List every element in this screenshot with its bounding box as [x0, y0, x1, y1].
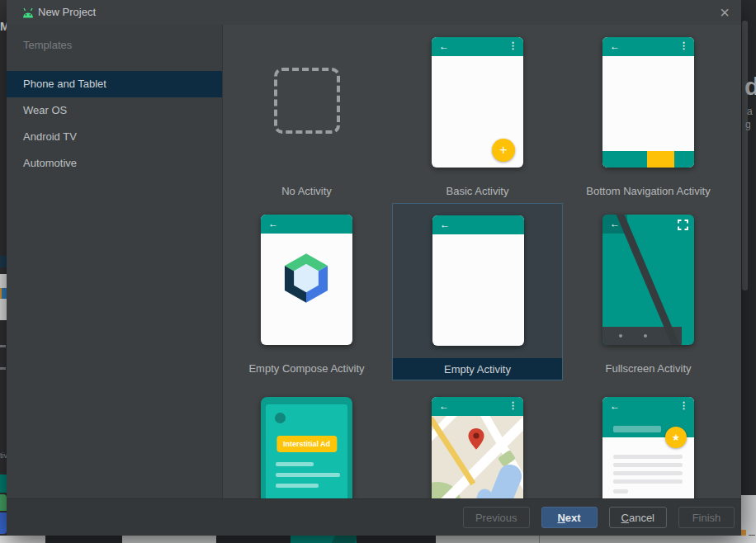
background-segment: [122, 536, 216, 543]
diagonal-stripe: [615, 215, 682, 345]
title-placeholder: [613, 426, 661, 432]
template-grid: No Activity ← ⋮ + Basic Activity ←: [223, 26, 734, 498]
background-color-fragment: [0, 512, 7, 534]
app-bar: ← ⋮: [602, 37, 694, 56]
template-gallery: No Activity ← ⋮ + Basic Activity ←: [223, 25, 741, 498]
placeholder-line: [613, 479, 683, 484]
app-bar: ← ⋮: [432, 397, 523, 416]
dialog-titlebar[interactable]: New Project ×: [7, 0, 741, 26]
interstitial-ad-button: Interstitial Ad: [276, 436, 337, 452]
template-tile-maps-activity[interactable]: ← ⋮: [392, 380, 563, 498]
fab-star-icon: ★: [665, 427, 687, 448]
background-window-bottom-strip: [0, 536, 756, 543]
background-scrollbar: [742, 21, 748, 290]
template-tile-empty-activity[interactable]: ← Empty Activity: [392, 203, 563, 380]
no-activity-placeholder: [274, 68, 340, 134]
ad-screen: Interstitial Ad: [266, 404, 347, 498]
template-thumbnail: ←: [602, 215, 694, 345]
previous-button[interactable]: Previous: [463, 507, 530, 528]
sidebar-item-automotive[interactable]: Automotive: [7, 150, 222, 177]
template-tile-basic-activity[interactable]: ← ⋮ + Basic Activity: [392, 26, 563, 203]
template-tile-no-activity[interactable]: No Activity: [223, 26, 392, 203]
sidebar-item-phone-and-tablet[interactable]: Phone and Tablet: [7, 71, 222, 97]
placeholder-line: [613, 455, 683, 459]
app-bar: ←: [261, 215, 352, 234]
kebab-menu-icon: ⋮: [508, 400, 517, 411]
next-button-mnemonic: N: [557, 512, 565, 524]
kebab-menu-icon: ⋮: [679, 400, 688, 411]
app-bar: ← ⋮: [432, 37, 523, 56]
background-line-fragment: [0, 345, 6, 347]
template-tile-fullscreen-activity[interactable]: ← Fullscreen Activity: [563, 203, 734, 380]
map-water: [470, 487, 494, 498]
template-thumbnail: ← ⋮ ★: [602, 397, 694, 498]
finish-button[interactable]: Finish: [678, 507, 735, 528]
background-text-fragment: g: [745, 119, 751, 130]
template-tile-empty-compose-activity[interactable]: ← Empty Compose Activity: [223, 203, 392, 380]
template-thumbnail: ← ⋮: [432, 397, 523, 498]
sidebar-item-android-tv[interactable]: Android TV: [7, 124, 222, 150]
nav-dot: [619, 334, 622, 338]
kebab-menu-icon: ⋮: [679, 40, 688, 51]
template-thumbnail: Interstitial Ad: [261, 397, 352, 498]
background-text-fragment: d: [744, 73, 756, 101]
teal-corner: [682, 327, 694, 345]
cancel-button-label: ancel: [629, 512, 654, 524]
next-button[interactable]: Next: [541, 507, 598, 528]
template-tile-bottom-navigation-activity[interactable]: ← ⋮ Bottom Navigation Activity: [563, 26, 734, 203]
fab-plus-icon: +: [492, 139, 515, 162]
template-thumbnail: ←: [261, 215, 352, 345]
bottom-navigation-selected-segment: [647, 151, 674, 168]
bottom-navigation-bar: [602, 151, 694, 168]
template-thumbnail: ←: [432, 215, 524, 346]
map-pin-icon: [467, 427, 485, 451]
back-arrow-icon: ←: [610, 400, 620, 412]
app-bar: ←: [432, 215, 524, 234]
jetpack-compose-logo: [281, 253, 332, 304]
android-logo-icon: [21, 7, 35, 18]
kebab-menu-icon: ⋮: [508, 40, 517, 51]
navigation-bar: [602, 327, 694, 345]
background-line-fragment: [0, 367, 6, 370]
close-icon[interactable]: ×: [720, 1, 730, 24]
fullscreen-icon: [678, 220, 688, 230]
template-thumbnail: ← ⋮: [602, 37, 694, 168]
template-label: Bottom Navigation Activity: [563, 185, 734, 197]
placeholder-line: [276, 484, 319, 488]
placeholder-line: [613, 489, 628, 493]
placeholder-line: [613, 471, 683, 475]
template-tile-ads-activity[interactable]: Interstitial Ad: [223, 380, 392, 498]
background-window-right-sliver: d a g: [741, 0, 756, 543]
map-preview: [432, 416, 523, 498]
background-window-left-sliver: M tiv: [0, 0, 7, 543]
background-color-fragment: [0, 494, 7, 511]
dialog-footer: Previous Next Cancel Finish: [7, 498, 741, 536]
back-arrow-icon: ←: [268, 218, 278, 229]
placeholder-line: [276, 462, 314, 466]
template-label: Basic Activity: [392, 185, 563, 197]
dialog-title: New Project: [38, 6, 96, 18]
status-dot: [275, 413, 286, 423]
cancel-button-mnemonic: C: [621, 512, 629, 524]
template-thumbnail: ← ⋮ +: [432, 37, 523, 168]
map-water: [487, 461, 523, 498]
new-project-dialog: New Project × Templates Phone and Tablet…: [7, 0, 741, 536]
sidebar-item-wear-os[interactable]: Wear OS: [7, 97, 222, 124]
background-segment: [216, 536, 291, 543]
template-tile-scrolling-activity[interactable]: ← ⋮ ★: [563, 380, 734, 498]
template-label: No Activity: [223, 185, 392, 197]
placeholder-line: [276, 473, 340, 477]
template-label: Empty Activity: [393, 363, 562, 375]
nav-dot: [644, 334, 647, 338]
cancel-button[interactable]: Cancel: [609, 507, 667, 528]
sidebar-header: Templates: [23, 39, 72, 51]
placeholder-line: [613, 463, 683, 467]
background-icon-fragment: [0, 288, 7, 299]
templates-sidebar: Templates Phone and Tablet Wear OS Andro…: [7, 25, 222, 498]
template-label: Fullscreen Activity: [563, 362, 734, 375]
next-button-label: ext: [565, 512, 581, 524]
background-segment: [45, 536, 122, 543]
background-segment: [357, 536, 436, 543]
background-segment: [436, 536, 756, 543]
back-arrow-icon: ←: [439, 40, 449, 52]
